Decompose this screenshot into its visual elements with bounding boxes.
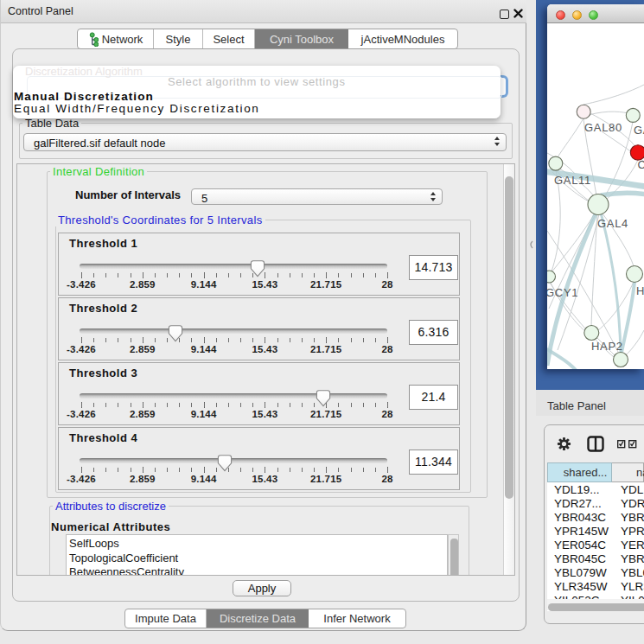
svg-text:HA: HA [636, 284, 644, 297]
svg-text:GCY1: GCY1 [547, 286, 578, 299]
svg-text:HAP2: HAP2 [591, 340, 623, 353]
svg-text:GAL4: GAL4 [597, 217, 628, 230]
svg-text:GAL11: GAL11 [554, 174, 591, 187]
svg-text:GAL80: GAL80 [584, 121, 622, 134]
svg-text:C: C [638, 158, 644, 171]
svg-text:GA: GA [634, 124, 644, 137]
